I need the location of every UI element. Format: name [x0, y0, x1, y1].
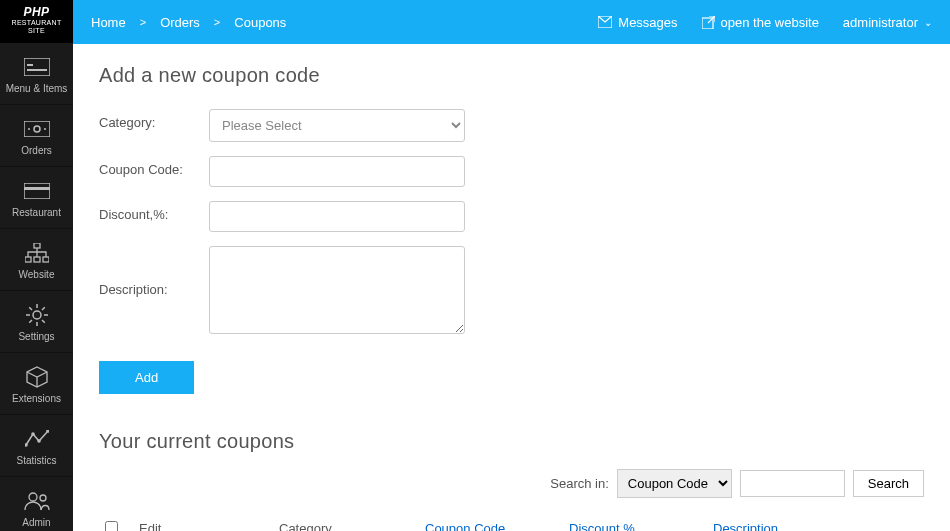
stats-icon	[25, 427, 49, 451]
svg-line-18	[29, 307, 32, 310]
users-icon	[24, 489, 50, 513]
col-edit: Edit	[133, 512, 273, 531]
svg-point-5	[28, 128, 30, 130]
col-category: Category	[273, 512, 419, 531]
breadcrumb-sep: >	[214, 16, 220, 28]
nav-label: Extensions	[12, 393, 61, 404]
nav-admin[interactable]: Admin	[0, 477, 73, 531]
logo: PHP RESTAURANTSITE	[0, 0, 73, 43]
user-menu[interactable]: administrator ⌄	[843, 15, 932, 30]
external-link-icon	[702, 16, 715, 29]
nav-website[interactable]: Website	[0, 229, 73, 291]
breadcrumb-home[interactable]: Home	[91, 15, 126, 30]
search-bar: Search in: Coupon Code Search	[99, 469, 924, 498]
sort-discount[interactable]: Discount,%	[569, 521, 635, 531]
menu-icon	[24, 55, 50, 79]
add-button[interactable]: Add	[99, 361, 194, 394]
svg-point-24	[37, 439, 41, 443]
breadcrumb: Home > Orders > Coupons	[91, 15, 286, 30]
coupon-code-input[interactable]	[209, 156, 465, 187]
search-input[interactable]	[740, 470, 845, 497]
nav-label: Website	[19, 269, 55, 280]
sort-coupon-code[interactable]: Coupon Code	[425, 521, 505, 531]
category-label: Category:	[99, 109, 209, 130]
nav-label: Restaurant	[12, 207, 61, 218]
page-title: Add a new coupon code	[99, 64, 924, 87]
nav-label: Admin	[22, 517, 50, 528]
svg-point-6	[44, 128, 46, 130]
nav-settings[interactable]: Settings	[0, 291, 73, 353]
svg-point-26	[29, 493, 37, 501]
svg-rect-11	[34, 257, 40, 262]
messages-link[interactable]: Messages	[598, 15, 677, 30]
svg-point-4	[34, 126, 40, 132]
search-button[interactable]: Search	[853, 470, 924, 497]
svg-rect-2	[27, 64, 33, 66]
svg-rect-9	[34, 243, 40, 248]
svg-line-19	[42, 320, 45, 323]
nav-label: Settings	[18, 331, 54, 342]
svg-point-27	[40, 495, 46, 501]
content: Add a new coupon code Category: Please S…	[73, 44, 950, 531]
search-field-select[interactable]: Coupon Code	[617, 469, 732, 498]
svg-rect-7	[24, 183, 50, 199]
nav-extensions[interactable]: Extensions	[0, 353, 73, 415]
svg-line-21	[42, 307, 45, 310]
nav-statistics[interactable]: Statistics	[0, 415, 73, 477]
discount-input[interactable]	[209, 201, 465, 232]
nav-label: Statistics	[16, 455, 56, 466]
svg-rect-8	[24, 187, 50, 190]
svg-rect-10	[25, 257, 31, 262]
gear-icon	[26, 303, 48, 327]
nav-label: Orders	[21, 145, 52, 156]
svg-line-20	[29, 320, 32, 323]
breadcrumb-current: Coupons	[234, 15, 286, 30]
open-website-link[interactable]: open the website	[702, 15, 819, 30]
nav-menu-items[interactable]: Menu & Items	[0, 43, 73, 105]
nav-label: Menu & Items	[6, 83, 68, 94]
description-label: Description:	[99, 246, 209, 297]
section-title: Your current coupons	[99, 430, 924, 453]
envelope-icon	[598, 16, 612, 28]
category-select[interactable]: Please Select	[209, 109, 465, 142]
coupons-table: Edit Category Coupon Code Discount,% Des…	[99, 512, 924, 531]
sidebar: PHP RESTAURANTSITE Menu & Items Orders R…	[0, 0, 73, 531]
svg-rect-12	[43, 257, 49, 262]
select-all-checkbox[interactable]	[105, 521, 118, 531]
svg-rect-1	[27, 69, 47, 71]
sitemap-icon	[25, 241, 49, 265]
coupon-code-label: Coupon Code:	[99, 156, 209, 177]
description-textarea[interactable]	[209, 246, 465, 334]
sort-description[interactable]: Description	[713, 521, 778, 531]
nav-restaurant[interactable]: Restaurant	[0, 167, 73, 229]
card-icon	[24, 179, 50, 203]
svg-point-13	[33, 311, 41, 319]
breadcrumb-orders[interactable]: Orders	[160, 15, 200, 30]
cube-icon	[26, 365, 48, 389]
svg-rect-0	[24, 58, 50, 76]
chevron-down-icon: ⌄	[924, 17, 932, 28]
nav-orders[interactable]: Orders	[0, 105, 73, 167]
breadcrumb-sep: >	[140, 16, 146, 28]
orders-icon	[24, 117, 50, 141]
topbar: Home > Orders > Coupons Messages open th…	[73, 0, 950, 44]
discount-label: Discount,%:	[99, 201, 209, 222]
svg-rect-3	[24, 121, 50, 137]
search-label: Search in:	[550, 476, 609, 491]
svg-point-23	[31, 432, 35, 436]
